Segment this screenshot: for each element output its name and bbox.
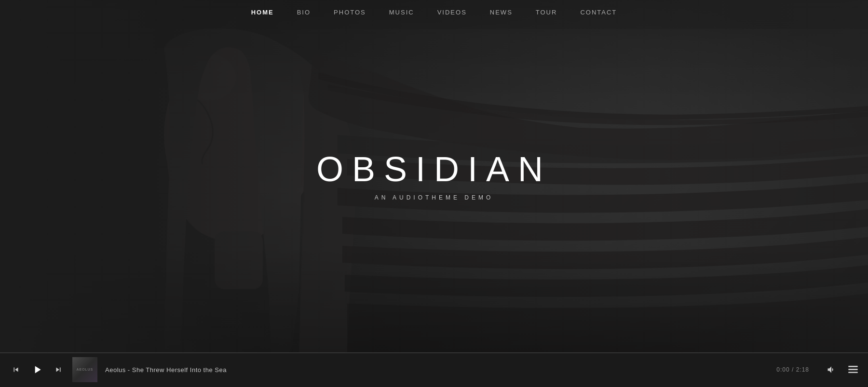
play-button[interactable]	[29, 361, 45, 378]
menu-button[interactable]	[848, 366, 858, 374]
album-art-label: AEOLUS	[76, 366, 94, 373]
nav-bio[interactable]: BIO	[297, 9, 311, 16]
svg-rect-9	[848, 369, 858, 370]
album-art: AEOLUS	[72, 357, 97, 382]
progress-bar[interactable]	[0, 352, 868, 353]
time-display: 0:00 / 2:18	[776, 366, 809, 373]
skip-forward-button[interactable]	[52, 363, 65, 376]
hero-content: OBSIDIAN AN AUDIOTHEME DEMO	[316, 152, 552, 201]
skip-back-button[interactable]	[10, 363, 22, 376]
svg-rect-10	[848, 372, 858, 373]
nav-photos[interactable]: PHOTOS	[334, 9, 366, 16]
nav-contact[interactable]: CONTACT	[580, 9, 617, 16]
hero-title: OBSIDIAN	[316, 152, 552, 187]
hero-subtitle: AN AUDIOTHEME DEMO	[316, 194, 552, 201]
svg-rect-8	[848, 366, 858, 367]
nav-news[interactable]: NEWS	[490, 9, 513, 16]
track-info: Aeolus - She Threw Herself Into the Sea	[105, 366, 769, 374]
nav-tour[interactable]: TOUR	[536, 9, 557, 16]
audio-player: AEOLUS Aeolus - She Threw Herself Into t…	[0, 352, 868, 387]
album-art-inner: AEOLUS	[72, 357, 97, 382]
hero-section: HOME BIO PHOTOS MUSIC VIDEOS NEWS TOUR C…	[0, 0, 868, 352]
main-nav: HOME BIO PHOTOS MUSIC VIDEOS NEWS TOUR C…	[0, 0, 868, 25]
nav-music[interactable]: MUSIC	[389, 9, 414, 16]
volume-button[interactable]	[827, 365, 836, 374]
track-name: Aeolus - She Threw Herself Into the Sea	[105, 366, 227, 374]
player-controls	[10, 361, 65, 378]
nav-home[interactable]: HOME	[251, 9, 274, 16]
nav-videos[interactable]: VIDEOS	[437, 9, 467, 16]
